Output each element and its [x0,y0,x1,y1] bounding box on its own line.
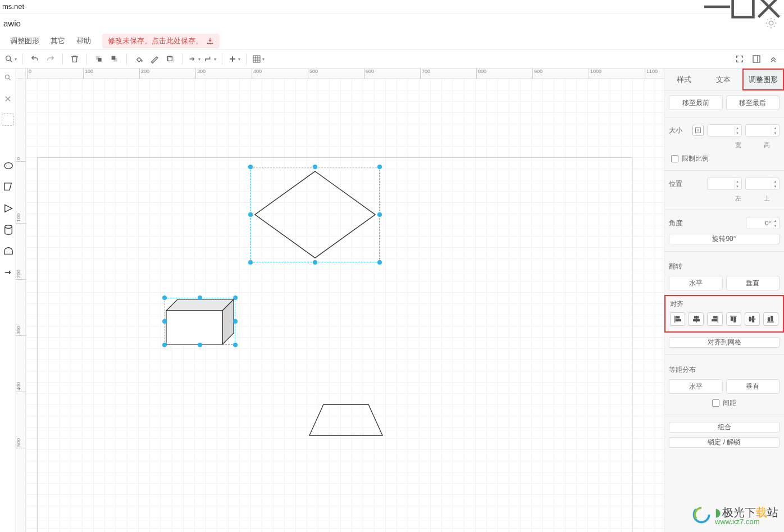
snap-to-grid-button[interactable]: 对齐到网格 [669,337,780,348]
flip-vertical-button[interactable]: 垂直 [726,276,780,290]
align-section-highlighted: 对齐 [664,295,784,333]
connection-button[interactable]: ▾ [187,52,202,66]
menu-arrange[interactable]: 调整图形 [4,34,45,48]
selection-box-1 [250,167,380,262]
align-center-h-button[interactable] [689,312,704,326]
shape-actor-icon[interactable] [3,246,13,256]
sel-handle[interactable] [198,295,202,300]
align-right-button[interactable] [707,312,722,326]
vertical-ruler: 0 100 200 300 400 500 [16,79,26,532]
sel-handle[interactable] [313,165,317,169]
shape-triangle-icon[interactable] [3,203,13,213]
constrain-proportions-checkbox[interactable]: 限制比例 [669,154,780,163]
sel-handle[interactable] [233,343,238,347]
scratchpad-dropzone[interactable] [2,113,14,126]
shape-line-icon[interactable] [3,267,13,278]
format-panel-toggle[interactable] [749,52,764,66]
flip-section-label: 翻转 [669,262,780,271]
drawing-canvas[interactable] [26,79,664,532]
line-color-button[interactable] [147,52,162,66]
window-maximize[interactable] [730,0,756,13]
tab-text[interactable]: 文本 [704,69,743,90]
sel-handle[interactable] [233,319,238,324]
sel-handle[interactable] [162,343,167,347]
menu-bar: 调整图形 其它 帮助 修改未保存。点击此处保存。 [0,33,784,49]
sel-handle[interactable] [248,165,253,169]
redo-button[interactable] [43,52,58,66]
sel-handle[interactable] [377,212,382,217]
width-input[interactable]: ▲▼ [707,124,742,137]
left-input[interactable]: ▲▼ [707,178,742,190]
main-toolbar: ▾ ▾ ▾ ▾ ▾ [0,49,784,69]
svg-rect-26 [731,317,733,321]
svg-rect-27 [734,317,736,322]
shadow-button[interactable] [163,52,177,66]
tab-arrange[interactable]: 调整图形 [742,69,784,90]
align-bottom-button[interactable] [763,312,778,326]
svg-rect-23 [694,320,700,321]
sel-handle[interactable] [377,165,382,169]
waypoints-button[interactable]: ▾ [203,52,217,66]
window-close[interactable] [756,0,782,13]
distribute-vertical-button[interactable]: 垂直 [726,379,780,394]
bring-to-front-button[interactable]: 移至最前 [669,96,723,110]
to-back-button[interactable] [107,52,122,66]
distribute-section-label: 等距分布 [669,365,780,375]
shape-rhombus-icon[interactable] [3,182,13,192]
collapse-toolbar-button[interactable] [766,52,781,66]
tab-style[interactable]: 样式 [664,69,704,90]
lock-unlock-button[interactable]: 锁定 / 解锁 [669,437,780,448]
undo-button[interactable] [28,52,42,66]
sel-handle[interactable] [162,319,167,324]
svg-rect-21 [676,320,681,321]
svg-point-11 [5,75,9,79]
to-front-button[interactable] [92,52,106,66]
file-bar: awio [0,13,784,33]
align-section-label: 对齐 [670,299,778,309]
delete-button[interactable] [67,52,82,66]
window-titlebar: ms.net [0,0,784,13]
ruler-corner [16,69,26,79]
fullscreen-button[interactable] [732,52,747,66]
align-left-button[interactable] [670,312,685,326]
search-icon [4,74,12,81]
sel-handle[interactable] [233,295,238,300]
menu-other[interactable]: 其它 [45,34,71,48]
distribute-horizontal-button[interactable]: 水平 [669,379,723,394]
shape-search[interactable] [1,71,15,84]
svg-rect-20 [676,317,679,319]
theme-toggle-icon[interactable] [765,17,777,29]
angle-input[interactable]: 0°▲▼ [746,217,780,229]
sel-handle[interactable] [248,260,253,265]
workspace: 0 100 200 300 400 500 600 700 800 900 10… [0,69,784,532]
height-input[interactable]: ▲▼ [745,124,780,137]
group-button[interactable]: 组合 [669,422,780,433]
insert-button[interactable]: ▾ [227,52,241,66]
align-center-v-button[interactable] [745,312,760,326]
shape-trapezoid[interactable] [307,402,385,439]
shape-cylinder-icon[interactable] [3,225,13,235]
fill-color-button[interactable] [131,52,146,66]
window-minimize[interactable] [704,0,730,13]
autosize-button[interactable] [692,125,704,136]
sel-handle[interactable] [377,260,382,265]
rotate-90-button[interactable]: 旋转90° [669,234,780,244]
flip-horizontal-button[interactable]: 水平 [669,276,723,290]
distribute-spacing-checkbox[interactable]: 间距 [669,398,780,408]
sel-handle[interactable] [162,295,167,300]
close-sidebar-button[interactable] [1,92,15,106]
sel-handle[interactable] [198,343,202,347]
sel-handle[interactable] [248,212,253,217]
align-top-button[interactable] [726,312,741,326]
svg-point-2 [6,56,11,61]
shape-ellipse-icon[interactable] [3,161,13,171]
send-to-back-button[interactable]: 移至最后 [726,96,780,110]
unsaved-notice[interactable]: 修改未保存。点击此处保存。 [102,34,220,48]
table-button[interactable]: ▾ [251,52,266,66]
sel-handle[interactable] [313,260,317,265]
top-input[interactable]: ▲▼ [745,178,780,190]
svg-rect-6 [112,56,116,60]
menu-help[interactable]: 帮助 [71,34,97,48]
zoom-button[interactable]: ▾ [3,52,18,66]
unsaved-notice-text: 修改未保存。点击此处保存。 [108,36,203,46]
